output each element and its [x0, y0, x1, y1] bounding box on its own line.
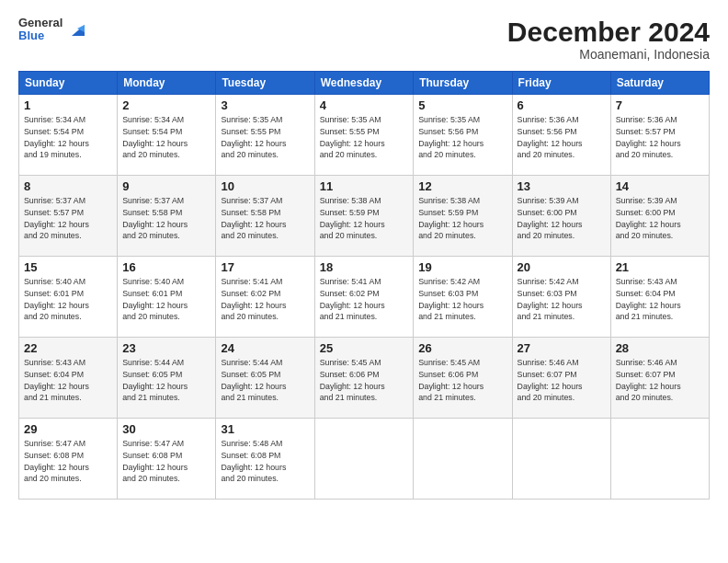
day-info: Sunrise: 5:44 AMSunset: 6:05 PMDaylight:… [122, 357, 210, 404]
day-info: Sunrise: 5:41 AMSunset: 6:02 PMDaylight:… [320, 276, 409, 323]
calendar-header-monday: Monday [118, 72, 216, 95]
day-number: 31 [221, 422, 309, 436]
calendar-cell: 18Sunrise: 5:41 AMSunset: 6:02 PMDayligh… [314, 257, 414, 338]
day-number: 19 [418, 260, 506, 274]
calendar-cell: 20Sunrise: 5:42 AMSunset: 6:03 PMDayligh… [512, 257, 610, 338]
calendar-cell: 27Sunrise: 5:46 AMSunset: 6:07 PMDayligh… [512, 338, 610, 419]
day-number: 6 [518, 98, 606, 112]
day-number: 2 [122, 98, 210, 112]
calendar-cell: 17Sunrise: 5:41 AMSunset: 6:02 PMDayligh… [216, 257, 314, 338]
day-info: Sunrise: 5:45 AMSunset: 6:06 PMDaylight:… [418, 357, 506, 404]
day-number: 27 [518, 341, 606, 355]
day-number: 22 [24, 341, 112, 355]
calendar-cell: 13Sunrise: 5:39 AMSunset: 6:00 PMDayligh… [512, 176, 610, 257]
day-number: 10 [221, 179, 309, 193]
day-info: Sunrise: 5:45 AMSunset: 6:06 PMDaylight:… [320, 357, 409, 404]
day-number: 3 [221, 98, 309, 112]
day-info: Sunrise: 5:41 AMSunset: 6:02 PMDaylight:… [221, 276, 309, 323]
day-number: 25 [320, 341, 409, 355]
day-info: Sunrise: 5:35 AMSunset: 5:56 PMDaylight:… [418, 114, 506, 161]
day-info: Sunrise: 5:40 AMSunset: 6:01 PMDaylight:… [122, 276, 210, 323]
calendar-header-friday: Friday [512, 72, 610, 95]
calendar-cell: 2Sunrise: 5:34 AMSunset: 5:54 PMDaylight… [118, 95, 216, 176]
location: Moanemani, Indonesia [507, 47, 710, 62]
day-number: 17 [221, 260, 309, 274]
calendar-header-saturday: Saturday [610, 72, 709, 95]
calendar-cell: 12Sunrise: 5:38 AMSunset: 5:59 PMDayligh… [414, 176, 512, 257]
day-number: 21 [616, 260, 704, 274]
day-number: 29 [24, 422, 112, 436]
calendar-cell: 30Sunrise: 5:47 AMSunset: 6:08 PMDayligh… [118, 419, 216, 500]
calendar: SundayMondayTuesdayWednesdayThursdayFrid… [18, 71, 710, 500]
day-info: Sunrise: 5:39 AMSunset: 6:00 PMDaylight:… [518, 195, 606, 242]
calendar-cell: 8Sunrise: 5:37 AMSunset: 5:57 PMDaylight… [19, 176, 118, 257]
day-number: 28 [616, 341, 704, 355]
day-info: Sunrise: 5:42 AMSunset: 6:03 PMDaylight:… [518, 276, 606, 323]
calendar-cell: 10Sunrise: 5:37 AMSunset: 5:58 PMDayligh… [216, 176, 314, 257]
day-number: 18 [320, 260, 409, 274]
calendar-cell: 3Sunrise: 5:35 AMSunset: 5:55 PMDaylight… [216, 95, 314, 176]
calendar-cell: 15Sunrise: 5:40 AMSunset: 6:01 PMDayligh… [19, 257, 118, 338]
day-info: Sunrise: 5:39 AMSunset: 6:00 PMDaylight:… [616, 195, 704, 242]
calendar-cell: 24Sunrise: 5:44 AMSunset: 6:05 PMDayligh… [216, 338, 314, 419]
calendar-cell: 4Sunrise: 5:35 AMSunset: 5:55 PMDaylight… [314, 95, 414, 176]
day-info: Sunrise: 5:35 AMSunset: 5:55 PMDaylight:… [320, 114, 409, 161]
calendar-header-thursday: Thursday [414, 72, 512, 95]
calendar-header-tuesday: Tuesday [216, 72, 314, 95]
day-number: 8 [24, 179, 112, 193]
day-info: Sunrise: 5:44 AMSunset: 6:05 PMDaylight:… [221, 357, 309, 404]
day-info: Sunrise: 5:38 AMSunset: 5:59 PMDaylight:… [418, 195, 506, 242]
header: General Blue December 2024 Moanemani, In… [18, 17, 710, 62]
calendar-cell: 1Sunrise: 5:34 AMSunset: 5:54 PMDaylight… [19, 95, 118, 176]
calendar-cell [512, 419, 610, 500]
calendar-cell [610, 419, 709, 500]
title-area: December 2024 Moanemani, Indonesia [507, 17, 710, 62]
day-info: Sunrise: 5:48 AMSunset: 6:08 PMDaylight:… [221, 438, 309, 485]
day-info: Sunrise: 5:46 AMSunset: 6:07 PMDaylight:… [616, 357, 704, 404]
logo: General Blue [18, 17, 88, 43]
day-number: 30 [122, 422, 210, 436]
calendar-cell: 21Sunrise: 5:43 AMSunset: 6:04 PMDayligh… [610, 257, 709, 338]
calendar-cell: 26Sunrise: 5:45 AMSunset: 6:06 PMDayligh… [414, 338, 512, 419]
calendar-cell: 5Sunrise: 5:35 AMSunset: 5:56 PMDaylight… [414, 95, 512, 176]
calendar-cell: 14Sunrise: 5:39 AMSunset: 6:00 PMDayligh… [610, 176, 709, 257]
calendar-cell: 11Sunrise: 5:38 AMSunset: 5:59 PMDayligh… [314, 176, 414, 257]
day-info: Sunrise: 5:37 AMSunset: 5:58 PMDaylight:… [221, 195, 309, 242]
day-info: Sunrise: 5:43 AMSunset: 6:04 PMDaylight:… [24, 357, 112, 404]
calendar-header-wednesday: Wednesday [314, 72, 414, 95]
day-info: Sunrise: 5:37 AMSunset: 5:57 PMDaylight:… [24, 195, 112, 242]
day-info: Sunrise: 5:43 AMSunset: 6:04 PMDaylight:… [616, 276, 704, 323]
day-number: 14 [616, 179, 704, 193]
calendar-cell: 23Sunrise: 5:44 AMSunset: 6:05 PMDayligh… [118, 338, 216, 419]
calendar-cell [314, 419, 414, 500]
day-info: Sunrise: 5:47 AMSunset: 6:08 PMDaylight:… [122, 438, 210, 485]
calendar-cell: 16Sunrise: 5:40 AMSunset: 6:01 PMDayligh… [118, 257, 216, 338]
day-info: Sunrise: 5:47 AMSunset: 6:08 PMDaylight:… [24, 438, 112, 485]
calendar-cell: 9Sunrise: 5:37 AMSunset: 5:58 PMDaylight… [118, 176, 216, 257]
calendar-cell: 6Sunrise: 5:36 AMSunset: 5:56 PMDaylight… [512, 95, 610, 176]
day-info: Sunrise: 5:34 AMSunset: 5:54 PMDaylight:… [122, 114, 210, 161]
day-number: 5 [418, 98, 506, 112]
calendar-header-sunday: Sunday [19, 72, 118, 95]
day-number: 13 [518, 179, 606, 193]
day-info: Sunrise: 5:38 AMSunset: 5:59 PMDaylight:… [320, 195, 409, 242]
day-number: 15 [24, 260, 112, 274]
calendar-cell [414, 419, 512, 500]
month-title: December 2024 [507, 17, 710, 47]
day-number: 12 [418, 179, 506, 193]
calendar-cell: 25Sunrise: 5:45 AMSunset: 6:06 PMDayligh… [314, 338, 414, 419]
calendar-cell: 31Sunrise: 5:48 AMSunset: 6:08 PMDayligh… [216, 419, 314, 500]
calendar-cell: 29Sunrise: 5:47 AMSunset: 6:08 PMDayligh… [19, 419, 118, 500]
calendar-cell: 28Sunrise: 5:46 AMSunset: 6:07 PMDayligh… [610, 338, 709, 419]
day-info: Sunrise: 5:46 AMSunset: 6:07 PMDaylight:… [518, 357, 606, 404]
day-info: Sunrise: 5:34 AMSunset: 5:54 PMDaylight:… [24, 114, 112, 161]
day-number: 23 [122, 341, 210, 355]
day-number: 7 [616, 98, 704, 112]
day-number: 9 [122, 179, 210, 193]
calendar-cell: 7Sunrise: 5:36 AMSunset: 5:57 PMDaylight… [610, 95, 709, 176]
day-info: Sunrise: 5:36 AMSunset: 5:57 PMDaylight:… [616, 114, 704, 161]
day-info: Sunrise: 5:42 AMSunset: 6:03 PMDaylight:… [418, 276, 506, 323]
day-info: Sunrise: 5:36 AMSunset: 5:56 PMDaylight:… [518, 114, 606, 161]
day-info: Sunrise: 5:40 AMSunset: 6:01 PMDaylight:… [24, 276, 112, 323]
day-number: 20 [518, 260, 606, 274]
